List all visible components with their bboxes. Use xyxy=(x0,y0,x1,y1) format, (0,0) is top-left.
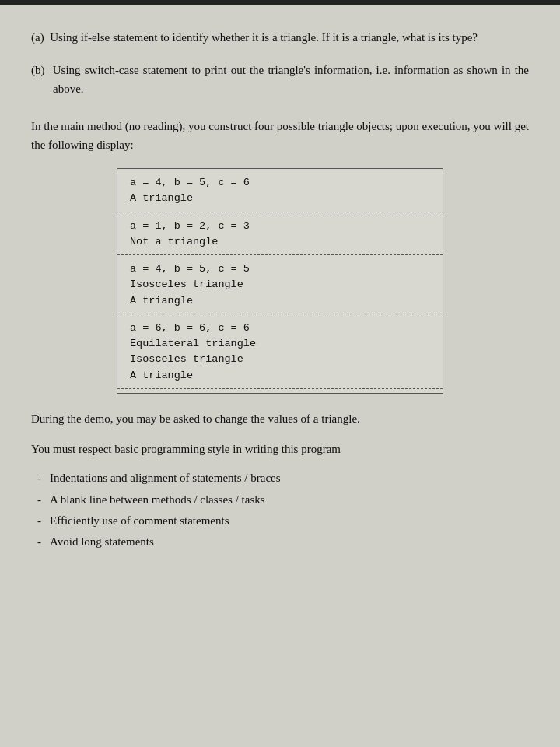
output-block-3: a = 4, b = 5, c = 5 Isosceles triangle A… xyxy=(117,255,443,314)
output-line-4-3: Isosceles triangle xyxy=(130,352,430,367)
section-b-text: (b) Using switch-case statement to print… xyxy=(31,61,529,98)
list-dash-4: - xyxy=(31,533,50,551)
section-a-text: (a) Using if-else statement to identify … xyxy=(31,28,529,47)
list-section: - Indentations and alignment of statemen… xyxy=(31,469,529,551)
output-box: a = 4, b = 5, c = 6 A triangle a = 1, b … xyxy=(117,168,443,394)
section-b-body: Using switch-case statement to print out… xyxy=(53,64,529,95)
list-item-2: - A blank line between methods / classes… xyxy=(31,491,529,509)
output-line-1-1: a = 4, b = 5, c = 6 xyxy=(130,175,430,191)
output-line-2-1: a = 1, b = 2, c = 3 xyxy=(130,219,430,234)
output-line-4-4: A triangle xyxy=(130,368,430,384)
output-line-4-2: Equilateral triangle xyxy=(130,336,430,352)
style-paragraph: You must respect basic programming style… xyxy=(31,440,529,459)
list-text-2: A blank line between methods / classes /… xyxy=(50,491,529,509)
list-dash-3: - xyxy=(31,512,50,530)
list-item-3: - Efficiently use of comment statements xyxy=(31,512,529,530)
output-line-3-1: a = 4, b = 5, c = 5 xyxy=(130,261,430,277)
list-item-1: - Indentations and alignment of statemen… xyxy=(31,469,529,487)
section-b: (b) Using switch-case statement to print… xyxy=(31,61,529,98)
demo-paragraph: During the demo, you may be asked to cha… xyxy=(31,409,529,429)
main-paragraph: In the main method (no reading), you con… xyxy=(31,117,529,154)
output-block-4: a = 6, b = 6, c = 6 Equilateral triangle… xyxy=(117,314,443,389)
list-item-4: - Avoid long statements xyxy=(31,533,529,551)
list-text-3: Efficiently use of comment statements xyxy=(50,512,529,530)
section-a: (a) Using if-else statement to identify … xyxy=(31,28,529,47)
bottom-section: During the demo, you may be asked to cha… xyxy=(31,409,529,552)
list-text-4: Avoid long statements xyxy=(50,533,529,551)
output-line-3-3: A triangle xyxy=(130,293,430,309)
list-dash-1: - xyxy=(31,469,50,487)
page-content: (a) Using if-else statement to identify … xyxy=(0,5,560,577)
output-line-3-2: Isosceles triangle xyxy=(130,277,430,293)
output-separator-bottom xyxy=(117,389,443,393)
output-line-4-1: a = 6, b = 6, c = 6 xyxy=(130,321,430,336)
output-block-1: a = 4, b = 5, c = 6 A triangle xyxy=(117,169,443,212)
output-block-2: a = 1, b = 2, c = 3 Not a triangle xyxy=(117,212,443,256)
output-line-1-2: A triangle xyxy=(130,191,430,206)
section-b-label: (b) xyxy=(31,64,45,76)
section-a-label: (a) xyxy=(31,31,44,44)
list-text-1: Indentations and alignment of statements… xyxy=(50,469,529,487)
list-dash-2: - xyxy=(31,491,50,509)
section-a-body: Using if-else statement to identify whet… xyxy=(50,31,478,44)
output-line-2-2: Not a triangle xyxy=(130,234,430,250)
